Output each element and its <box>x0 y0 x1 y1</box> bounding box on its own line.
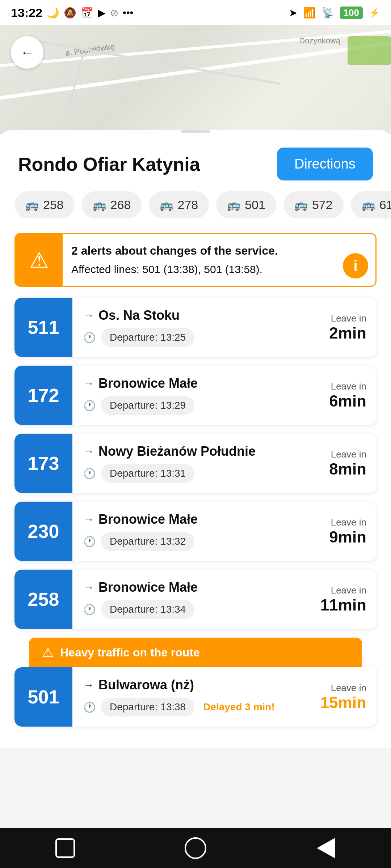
destination-258: Bronowice Małe <box>98 580 198 595</box>
clock-icon-258: 🕐 <box>83 604 96 616</box>
nav-stop-button[interactable] <box>51 834 80 863</box>
play-icon: ▶ <box>98 7 106 19</box>
bus-icon-501: 🚌 <box>227 199 240 211</box>
moon-icon: 🌙 <box>47 7 59 19</box>
charging-icon: ⚡ <box>369 7 380 18</box>
time-row-230: 🕐 Departure: 13:32 <box>83 532 319 551</box>
info-icon: i <box>353 258 357 274</box>
alert-info-section[interactable]: i <box>336 234 375 286</box>
directions-button[interactable]: Directions <box>277 148 373 180</box>
bus-chip-611[interactable]: 🚌 611 <box>351 191 391 218</box>
time-row-172: 🕐 Departure: 13:29 <box>83 396 319 415</box>
slash-icon: ⊘ <box>110 7 118 19</box>
departure-card-173[interactable]: 173 → Nowy Bieżanów Południe 🕐 Departure… <box>14 434 377 493</box>
line-number-173: 173 <box>28 452 59 474</box>
traffic-warning-text: Heavy traffic on the route <box>60 646 200 659</box>
bus-chip-268[interactable]: 🚌 268 <box>82 191 142 218</box>
nav-stop-icon <box>55 838 75 858</box>
bottom-sheet: Rondo Ofiar Katynia Directions 🚌 258 🚌 2… <box>0 130 391 748</box>
departure-card-230[interactable]: 230 → Bronowice Małe 🕐 Departure: 13:32 … <box>14 502 377 561</box>
bus-icon-268: 🚌 <box>93 199 106 211</box>
line-box-258: 258 <box>14 570 72 629</box>
arrow-icon-501: → <box>83 679 94 691</box>
leave-in-230: Leave in 9min <box>329 502 377 561</box>
bus-chip-278[interactable]: 🚌 278 <box>149 191 209 218</box>
card-content-258: → Bronowice Małe 🕐 Departure: 13:34 <box>72 570 320 629</box>
departure-card-511[interactable]: 511 → Os. Na Stoku 🕐 Departure: 13:25 Le… <box>14 298 377 357</box>
leave-in-time-501: 15min <box>320 694 366 712</box>
line-box-511: 511 <box>14 298 72 357</box>
destination-230: Bronowice Małe <box>98 512 198 527</box>
map-label-1: a. Popiełówkę <box>65 42 115 58</box>
muted-icon: 🔕 <box>64 7 76 19</box>
alert-content: 2 alerts about changes of the service. A… <box>63 234 336 286</box>
nav-home-button[interactable] <box>181 834 210 863</box>
bus-chip-258[interactable]: 🚌 258 <box>14 191 75 218</box>
card-content-172: → Bronowice Małe 🕐 Departure: 13:29 <box>72 366 329 425</box>
destination-172: Bronowice Małe <box>98 376 198 391</box>
bus-lines-list: 🚌 258 🚌 268 🚌 278 🚌 501 🚌 572 🚌 611 <box>0 191 391 229</box>
card-content-230: → Bronowice Małe 🕐 Departure: 13:32 <box>72 502 329 561</box>
status-bar: 13:22 🌙 🔕 📅 ▶ ⊘ ••• ➤ 📶 📡 100 ⚡ <box>0 0 391 25</box>
departure-pill-258: Departure: 13:34 <box>101 600 194 619</box>
bus-number-501: 501 <box>245 198 265 212</box>
time-row-173: 🕐 Departure: 13:31 <box>83 464 319 483</box>
line-number-172: 172 <box>28 384 59 406</box>
bus-icon-258: 🚌 <box>25 199 39 211</box>
info-button[interactable]: i <box>343 253 368 278</box>
line-number-511: 511 <box>28 316 59 338</box>
bus-number-258: 258 <box>43 198 64 212</box>
bus-number-611: 611 <box>379 198 391 212</box>
leave-in-172: Leave in 6min <box>329 366 377 425</box>
leave-in-173: Leave in 8min <box>329 434 377 493</box>
line-box-501: 501 <box>14 667 72 727</box>
destination-511: Os. Na Stoku <box>98 308 180 323</box>
departure-card-258[interactable]: 258 → Bronowice Małe 🕐 Departure: 13:34 … <box>14 570 377 629</box>
signal-icon: 📶 <box>303 7 316 19</box>
departure-pill-173: Departure: 13:31 <box>101 464 194 483</box>
nav-back-button[interactable] <box>311 834 340 863</box>
time-row-501: 🕐 Departure: 13:38 Delayed 3 min! <box>83 698 310 716</box>
departure-pill-511: Departure: 13:25 <box>101 328 194 347</box>
destination-501: Bulwarowa (nż) <box>98 677 194 693</box>
more-icon: ••• <box>123 7 133 18</box>
nav-home-icon <box>185 837 206 859</box>
clock-icon-501: 🕐 <box>83 701 96 713</box>
departure-card-501[interactable]: 501 → Bulwarowa (nż) 🕐 Departure: 13:38 … <box>14 667 377 727</box>
nav-back-icon <box>317 838 335 858</box>
destination-row-501: → Bulwarowa (nż) <box>83 677 310 693</box>
bus-chip-501[interactable]: 🚌 501 <box>216 191 276 218</box>
destination-row-258: → Bronowice Małe <box>83 580 310 595</box>
leave-in-label-258: Leave in <box>331 585 366 596</box>
traffic-warning-container: ⚠ Heavy traffic on the route 501 → Bulwa… <box>14 638 377 727</box>
arrow-icon-172: → <box>83 377 94 390</box>
bus-chip-572[interactable]: 🚌 572 <box>283 191 344 218</box>
departure-section: 511 → Os. Na Stoku 🕐 Departure: 13:25 Le… <box>0 298 391 727</box>
leave-in-time-258: 11min <box>320 596 366 614</box>
leave-in-label-172: Leave in <box>331 381 366 392</box>
leave-in-258: Leave in 11min <box>320 570 377 629</box>
alert-title: 2 alerts about changes of the service. <box>71 244 327 258</box>
departure-pill-501: Departure: 13:38 <box>101 698 194 716</box>
clock-icon-173: 🕐 <box>83 468 96 480</box>
status-time: 13:22 <box>11 6 42 20</box>
map-label-2: Dożynkową <box>299 36 340 46</box>
leave-in-label-511: Leave in <box>331 313 366 324</box>
departure-pill-230: Departure: 13:32 <box>101 532 194 551</box>
arrow-icon-173: → <box>83 445 94 458</box>
leave-in-label-230: Leave in <box>331 517 366 528</box>
destination-row-230: → Bronowice Małe <box>83 512 319 527</box>
back-button[interactable]: ← <box>11 36 43 69</box>
leave-in-501: Leave in 15min <box>320 667 377 727</box>
leave-in-label-501: Leave in <box>331 682 366 694</box>
back-arrow-icon: ← <box>20 45 34 60</box>
line-box-172: 172 <box>14 366 72 425</box>
battery-icon: 100 <box>340 7 363 19</box>
departure-card-172[interactable]: 172 → Bronowice Małe 🕐 Departure: 13:29 … <box>14 366 377 425</box>
map-view[interactable]: a. Popiełówkę Dożynkową ← <box>0 25 391 134</box>
alert-banner: ⚠ 2 alerts about changes of the service.… <box>14 233 377 287</box>
drag-handle[interactable] <box>181 130 210 133</box>
wifi-icon: 📡 <box>321 7 334 19</box>
card-content-173: → Nowy Bieżanów Południe 🕐 Departure: 13… <box>72 434 329 493</box>
line-number-230: 230 <box>28 520 59 542</box>
